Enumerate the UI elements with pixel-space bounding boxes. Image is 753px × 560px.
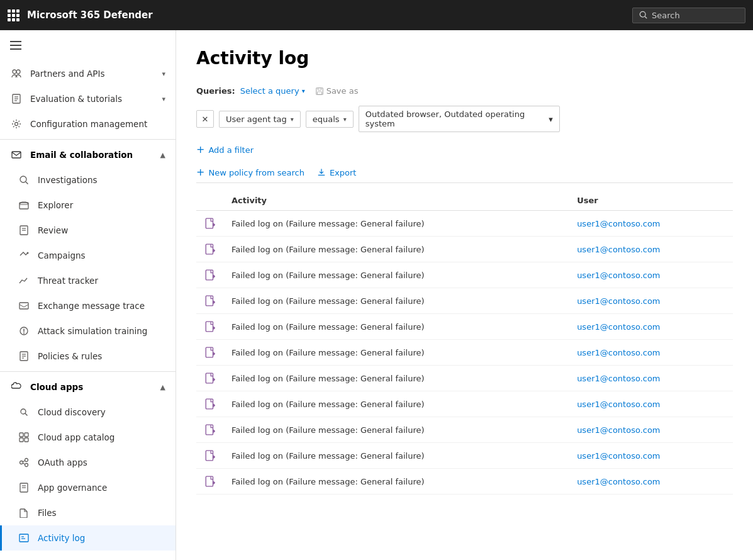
svg-rect-15	[20, 203, 28, 209]
tag-chevron-icon: ▾	[291, 116, 294, 123]
user-link[interactable]: user1@contoso.com	[577, 374, 660, 383]
user-link[interactable]: user1@contoso.com	[577, 477, 660, 486]
icon-col-header	[196, 191, 224, 211]
search-box[interactable]: Search	[632, 8, 745, 23]
user-link[interactable]: user1@contoso.com	[577, 348, 660, 357]
eval-icon	[10, 92, 23, 105]
threat-icon	[18, 274, 30, 287]
new-policy-button[interactable]: + New policy from search	[196, 167, 304, 177]
user-agent-tag-dropdown[interactable]: User agent tag ▾	[219, 111, 301, 128]
table-row[interactable]: Failed log on (Failure message: General …	[196, 340, 733, 366]
filter-row: ✕ User agent tag ▾ equals ▾ Outdated bro…	[196, 106, 733, 132]
activity-cell: Failed log on (Failure message: General …	[224, 237, 569, 262]
sidebar-item-policies[interactable]: Policies & rules	[0, 344, 176, 369]
add-filter-button[interactable]: + Add a filter	[196, 145, 733, 155]
sidebar-item-files[interactable]: Files	[0, 500, 176, 525]
user-cell[interactable]: user1@contoso.com	[569, 288, 733, 314]
svg-rect-49	[206, 270, 213, 280]
user-link[interactable]: user1@contoso.com	[577, 322, 660, 332]
filter-clear-button[interactable]: ✕	[196, 110, 214, 128]
chevron-icon: ▾	[162, 95, 165, 103]
svg-rect-28	[20, 433, 23, 437]
user-cell[interactable]: user1@contoso.com	[569, 417, 733, 443]
sidebar-item-cloud-apps[interactable]: Cloud apps ▲	[0, 374, 176, 400]
user-cell[interactable]: user1@contoso.com	[569, 366, 733, 391]
waffle-menu-icon[interactable]	[8, 9, 20, 21]
user-cell[interactable]: user1@contoso.com	[569, 340, 733, 366]
user-cell[interactable]: user1@contoso.com	[569, 391, 733, 417]
save-as-button[interactable]: Save as	[315, 86, 359, 96]
config-icon	[10, 118, 23, 130]
export-button[interactable]: Export	[317, 168, 357, 177]
table-row[interactable]: Failed log on (Failure message: General …	[196, 469, 733, 495]
user-link[interactable]: user1@contoso.com	[577, 296, 660, 306]
user-link[interactable]: user1@contoso.com	[577, 271, 660, 280]
download-icon	[317, 168, 326, 177]
user-link[interactable]: user1@contoso.com	[577, 400, 660, 409]
table-row[interactable]: Failed log on (Failure message: General …	[196, 366, 733, 391]
sidebar-label-eval: Evaluation & tutorials	[30, 94, 122, 104]
sidebar-item-email-collab[interactable]: Email & collaboration ▲	[0, 142, 176, 167]
select-query-button[interactable]: Select a query ▾	[240, 86, 305, 96]
user-link[interactable]: user1@contoso.com	[577, 451, 660, 461]
user-cell[interactable]: user1@contoso.com	[569, 262, 733, 288]
sidebar-item-eval[interactable]: Evaluation & tutorials ▾	[0, 86, 176, 111]
sidebar-item-app-governance[interactable]: App governance	[0, 475, 176, 500]
equals-chevron-icon: ▾	[343, 116, 347, 123]
table-row[interactable]: Failed log on (Failure message: General …	[196, 237, 733, 262]
activity-type-icon	[204, 243, 216, 255]
svg-rect-45	[317, 91, 321, 94]
sidebar-item-review[interactable]: Review	[0, 218, 176, 243]
svg-rect-54	[206, 399, 213, 409]
save-as-label: Save as	[326, 86, 359, 96]
sidebar-item-explorer[interactable]: Explorer	[0, 193, 176, 218]
sidebar-label-governance: App governance	[38, 483, 107, 493]
svg-rect-4	[10, 48, 21, 50]
filter-value-dropdown[interactable]: Outdated browser, Outdated operating sys…	[359, 106, 560, 132]
sidebar-item-investigations[interactable]: Investigations	[0, 167, 176, 193]
activity-cell: Failed log on (Failure message: General …	[224, 211, 569, 237]
user-link[interactable]: user1@contoso.com	[577, 425, 660, 435]
activity-col-header: Activity	[224, 191, 569, 211]
table-row[interactable]: Failed log on (Failure message: General …	[196, 211, 733, 237]
row-icon-cell	[196, 288, 224, 314]
sidebar-item-cloud-discovery[interactable]: Cloud discovery	[0, 400, 176, 425]
user-link[interactable]: user1@contoso.com	[577, 245, 660, 254]
sidebar-item-partners-apis[interactable]: Partners and APIs ▾	[0, 61, 176, 86]
user-cell[interactable]: user1@contoso.com	[569, 237, 733, 262]
svg-line-27	[25, 413, 28, 416]
activity-type-icon	[204, 372, 216, 384]
user-link[interactable]: user1@contoso.com	[577, 219, 660, 228]
sidebar-item-threat-tracker[interactable]: Threat tracker	[0, 268, 176, 293]
svg-point-26	[21, 409, 26, 414]
table-row[interactable]: Failed log on (Failure message: General …	[196, 314, 733, 340]
hamburger-button[interactable]	[0, 30, 176, 61]
user-cell[interactable]: user1@contoso.com	[569, 211, 733, 237]
sidebar-item-attack-sim[interactable]: Attack simulation training	[0, 318, 176, 344]
partners-icon	[10, 67, 23, 80]
new-policy-label: New policy from search	[208, 168, 304, 177]
sidebar-item-config[interactable]: Configuration management	[0, 111, 176, 137]
sidebar-label-campaigns: Campaigns	[38, 250, 86, 260]
activity-cell: Failed log on (Failure message: General …	[224, 469, 569, 495]
table-row[interactable]: Failed log on (Failure message: General …	[196, 443, 733, 469]
equals-dropdown[interactable]: equals ▾	[306, 111, 354, 128]
sidebar-label-cloud: Cloud apps	[30, 382, 83, 392]
sidebar-item-oauth[interactable]: OAuth apps	[0, 450, 176, 475]
user-cell[interactable]: user1@contoso.com	[569, 469, 733, 495]
table-row[interactable]: Failed log on (Failure message: General …	[196, 262, 733, 288]
plus-icon: +	[196, 167, 204, 177]
svg-rect-55	[206, 425, 213, 435]
sidebar-item-activity-log[interactable]: Activity log	[0, 525, 176, 551]
table-row[interactable]: Failed log on (Failure message: General …	[196, 288, 733, 314]
sidebar-item-exchange[interactable]: Exchange message trace	[0, 293, 176, 318]
user-cell[interactable]: user1@contoso.com	[569, 314, 733, 340]
table-row[interactable]: Failed log on (Failure message: General …	[196, 417, 733, 443]
user-cell[interactable]: user1@contoso.com	[569, 443, 733, 469]
table-row[interactable]: Failed log on (Failure message: General …	[196, 391, 733, 417]
sidebar-label-threat: Threat tracker	[38, 276, 98, 286]
sidebar-item-cloud-catalog[interactable]: Cloud app catalog	[0, 425, 176, 450]
save-icon	[315, 87, 324, 96]
sidebar-item-campaigns[interactable]: Campaigns	[0, 243, 176, 268]
activity-type-icon	[204, 398, 216, 410]
